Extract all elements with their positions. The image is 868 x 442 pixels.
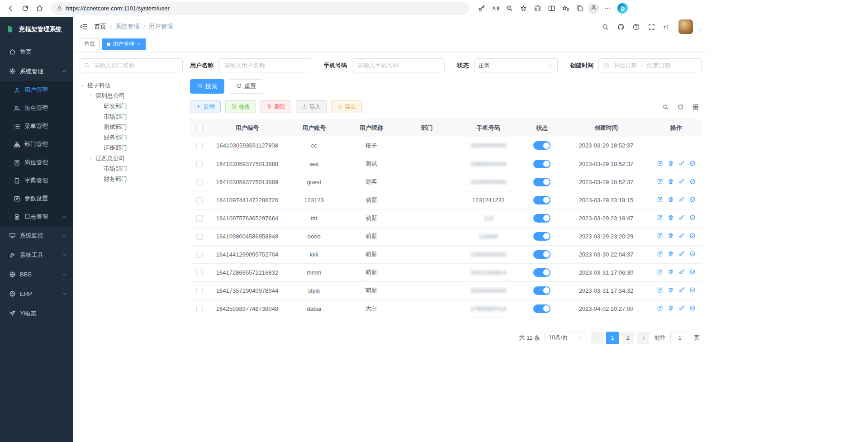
status-toggle[interactable] xyxy=(533,232,550,241)
assign-role-action-icon[interactable] xyxy=(689,178,696,185)
refresh-table-icon[interactable] xyxy=(677,104,684,110)
edit-action-icon[interactable] xyxy=(657,305,663,311)
header-search-icon[interactable] xyxy=(602,23,609,31)
row-checkbox[interactable] xyxy=(196,252,203,258)
status-select[interactable]: 正常 xyxy=(474,58,558,72)
assign-role-action-icon[interactable] xyxy=(689,196,696,203)
row-checkbox[interactable] xyxy=(196,288,203,294)
delete-action-icon[interactable] xyxy=(668,269,674,275)
assign-role-action-icon[interactable] xyxy=(689,233,696,239)
export-button[interactable]: 导出 xyxy=(331,100,362,113)
delete-action-icon[interactable] xyxy=(668,160,674,166)
assign-role-action-icon[interactable] xyxy=(689,214,696,221)
assign-role-action-icon[interactable] xyxy=(689,160,696,166)
sidebar-item[interactable]: 岗位管理 xyxy=(0,153,73,171)
tree-node[interactable]: 财务部门 xyxy=(80,174,183,184)
row-checkbox[interactable] xyxy=(196,197,203,204)
caret-down-icon[interactable] xyxy=(88,156,94,161)
row-checkbox[interactable] xyxy=(196,306,203,312)
import-button[interactable]: 导入 xyxy=(296,100,327,113)
row-checkbox[interactable] xyxy=(196,143,203,149)
reset-password-action-icon[interactable] xyxy=(678,160,685,166)
reset-password-action-icon[interactable] xyxy=(678,287,685,293)
sidebar-item[interactable]: 用户管理 xyxy=(0,81,73,99)
sidebar-item[interactable]: 字典管理 xyxy=(0,171,73,190)
sidebar-item[interactable]: 系统监控 xyxy=(0,226,73,245)
tree-node[interactable]: 市场部门 xyxy=(80,111,183,122)
tab-close-icon[interactable] xyxy=(137,42,141,47)
status-toggle[interactable] xyxy=(533,196,550,204)
add-button[interactable]: 新增 xyxy=(190,100,221,113)
extensions-icon[interactable] xyxy=(531,2,544,15)
assign-role-action-icon[interactable] xyxy=(689,269,696,275)
sidebar-toggle-icon[interactable] xyxy=(80,23,88,31)
delete-action-icon[interactable] xyxy=(668,196,674,203)
row-checkbox[interactable] xyxy=(196,215,203,222)
sidebar-item[interactable]: ERP xyxy=(0,284,73,304)
reset-password-action-icon[interactable] xyxy=(678,251,685,257)
copilot-icon[interactable]: b xyxy=(617,3,628,14)
reset-password-action-icon[interactable] xyxy=(678,214,685,221)
tree-node[interactable]: 深圳总公司 xyxy=(80,90,183,101)
status-toggle[interactable] xyxy=(533,268,550,277)
row-checkbox[interactable] xyxy=(196,161,203,167)
browser-more-icon[interactable] xyxy=(601,2,614,15)
caret-down-icon[interactable] xyxy=(88,93,94,99)
browser-profile-avatar[interactable] xyxy=(588,3,599,14)
read-aloud-icon[interactable]: A xyxy=(489,2,502,15)
delete-action-icon[interactable] xyxy=(668,305,674,311)
reset-password-action-icon[interactable] xyxy=(678,233,685,239)
phone-input[interactable] xyxy=(352,58,445,72)
browser-home-button[interactable] xyxy=(33,2,46,15)
status-toggle[interactable] xyxy=(533,141,550,150)
help-icon[interactable] xyxy=(632,23,640,31)
reset-password-action-icon[interactable] xyxy=(678,196,685,203)
toggle-search-icon[interactable] xyxy=(662,104,669,110)
status-toggle[interactable] xyxy=(533,160,550,168)
tree-node[interactable]: 财务部门 xyxy=(80,132,183,143)
caret-down-icon[interactable] xyxy=(80,83,86,88)
search-button[interactable]: 搜索 xyxy=(190,79,224,94)
delete-action-icon[interactable] xyxy=(668,287,674,293)
sidebar-item[interactable]: 系统管理 xyxy=(0,62,73,81)
edit-action-icon[interactable] xyxy=(657,269,663,275)
browser-refresh-button[interactable] xyxy=(18,2,32,15)
font-size-icon[interactable]: TT xyxy=(663,23,671,31)
tree-node[interactable]: 测试部门 xyxy=(80,122,183,132)
breadcrumb-item[interactable]: 首页 xyxy=(94,23,106,31)
username-input[interactable] xyxy=(218,58,311,72)
page-button[interactable]: 2 xyxy=(621,332,634,344)
address-bar[interactable]: https://ccnetcore.com:1101/system/user xyxy=(51,2,469,15)
reset-password-action-icon[interactable] xyxy=(678,269,685,275)
delete-action-icon[interactable] xyxy=(668,251,674,257)
assign-role-action-icon[interactable] xyxy=(689,287,696,293)
status-toggle[interactable] xyxy=(533,286,550,295)
assign-role-action-icon[interactable] xyxy=(689,251,696,257)
dept-search-input[interactable] xyxy=(80,58,183,72)
sidebar-item[interactable]: 参数设置 xyxy=(0,190,73,208)
status-toggle[interactable] xyxy=(533,250,550,259)
row-checkbox[interactable] xyxy=(196,270,203,276)
delete-action-icon[interactable] xyxy=(668,178,674,185)
select-all-checkbox[interactable] xyxy=(196,125,203,131)
reset-password-action-icon[interactable] xyxy=(678,178,685,185)
tab-active[interactable]: 用户管理 xyxy=(102,38,146,50)
edit-action-icon[interactable] xyxy=(657,251,663,257)
edit-action-icon[interactable] xyxy=(657,233,663,239)
browser-back-button[interactable] xyxy=(4,2,17,15)
edit-action-icon[interactable] xyxy=(657,196,663,203)
tree-node[interactable]: 市场部门 xyxy=(80,163,183,174)
edit-button[interactable]: 修改 xyxy=(225,100,256,113)
status-toggle[interactable] xyxy=(533,214,550,223)
status-toggle[interactable] xyxy=(533,304,550,313)
password-icon[interactable] xyxy=(474,2,488,15)
sidebar-item[interactable]: 日志管理 xyxy=(0,208,73,226)
fullscreen-icon[interactable] xyxy=(648,23,655,31)
edit-action-icon[interactable] xyxy=(657,214,663,221)
sidebar-item[interactable]: 首页 xyxy=(0,42,73,62)
edit-action-icon[interactable] xyxy=(657,160,663,166)
sidebar-item[interactable]: BBS xyxy=(0,265,73,284)
sidebar-item[interactable]: 菜单管理 xyxy=(0,117,73,135)
status-toggle[interactable] xyxy=(533,178,550,186)
sidebar-item[interactable]: 部门管理 xyxy=(0,135,73,153)
